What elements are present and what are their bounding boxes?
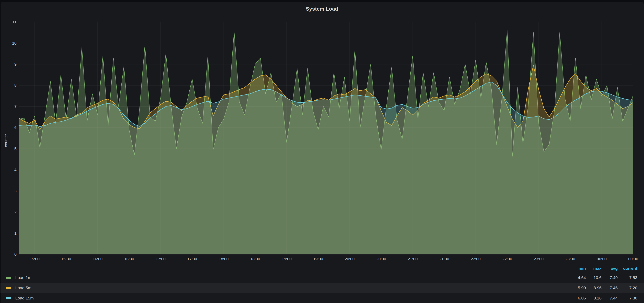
series-name: Load 15m	[15, 296, 34, 300]
legend-header-min[interactable]: min	[570, 266, 586, 271]
stat-max: 8.96	[586, 286, 602, 290]
series-name: Load 5m	[15, 286, 32, 290]
x-tick-label: 17:00	[156, 257, 166, 261]
y-tick-label: 7	[14, 104, 16, 109]
x-tick-label: 21:30	[439, 257, 449, 261]
stat-current: 7.20	[618, 286, 637, 290]
stat-min: 6.06	[570, 296, 586, 300]
x-tick-label: 19:30	[313, 257, 323, 261]
legend-row-load-15m: Load 15m6.068.167.447.30	[0, 293, 644, 303]
x-tick-label: 17:30	[187, 257, 197, 261]
series-color-swatch-icon	[6, 287, 12, 289]
stat-avg: 7.46	[602, 286, 618, 290]
x-tick-label: 21:00	[408, 257, 418, 261]
x-tick-label: 23:30	[565, 257, 575, 261]
stat-avg: 7.49	[602, 275, 618, 280]
y-tick-label: 5	[14, 146, 16, 151]
x-tick-label: 22:30	[502, 257, 512, 261]
x-tick-label: 00:00	[597, 257, 607, 261]
legend-series-toggle[interactable]: Load 1m	[6, 275, 570, 280]
y-tick-label: 4	[14, 168, 16, 172]
x-tick-label: 15:30	[61, 257, 71, 261]
system-load-chart[interactable]: 0123456789101115:0015:3016:0016:3017:001…	[0, 0, 644, 264]
y-tick-label: 8	[14, 83, 16, 88]
legend-series-toggle[interactable]: Load 5m	[6, 286, 570, 290]
y-tick-label: 0	[14, 252, 16, 256]
legend-header-avg[interactable]: avg	[602, 266, 618, 271]
x-tick-label: 19:00	[282, 257, 292, 261]
y-tick-label: 10	[12, 41, 16, 46]
stat-avg: 7.44	[602, 296, 618, 300]
series-color-swatch-icon	[6, 277, 12, 279]
series-name: Load 1m	[15, 275, 32, 280]
x-tick-label: 22:00	[471, 257, 480, 261]
stat-min: 4.64	[570, 275, 586, 280]
legend-row-load-5m: Load 5m5.908.967.467.20	[0, 283, 644, 293]
y-tick-label: 2	[14, 210, 16, 214]
y-tick-label: 3	[14, 189, 16, 193]
x-tick-label: 23:00	[534, 257, 544, 261]
y-tick-label: 11	[12, 20, 16, 24]
legend-header-current[interactable]: current	[618, 266, 637, 271]
legend-header-max[interactable]: max	[586, 266, 602, 271]
series-color-swatch-icon	[6, 297, 12, 299]
x-tick-label: 16:00	[93, 257, 102, 261]
stat-min: 5.90	[570, 286, 586, 290]
stat-current: 7.53	[618, 275, 637, 280]
legend: minmaxavgcurrent Load 1m4.6410.67.497.53…	[0, 264, 644, 303]
x-tick-label: 20:00	[345, 257, 354, 261]
x-tick-label: 18:30	[250, 257, 260, 261]
legend-series-toggle[interactable]: Load 15m	[6, 296, 570, 300]
legend-header-row: minmaxavgcurrent	[0, 264, 644, 272]
x-tick-label: 00:30	[628, 257, 638, 261]
stat-current: 7.30	[618, 296, 637, 300]
x-tick-label: 15:00	[30, 257, 40, 261]
x-tick-label: 18:00	[219, 257, 228, 261]
y-tick-label: 6	[14, 125, 16, 130]
y-tick-label: 1	[14, 231, 16, 236]
y-tick-label: 9	[14, 62, 16, 66]
x-tick-label: 16:30	[124, 257, 134, 261]
stat-max: 10.6	[586, 275, 602, 280]
stat-max: 8.16	[586, 296, 602, 300]
x-tick-label: 20:30	[376, 257, 386, 261]
legend-row-load-1m: Load 1m4.6410.67.497.53	[0, 272, 644, 283]
